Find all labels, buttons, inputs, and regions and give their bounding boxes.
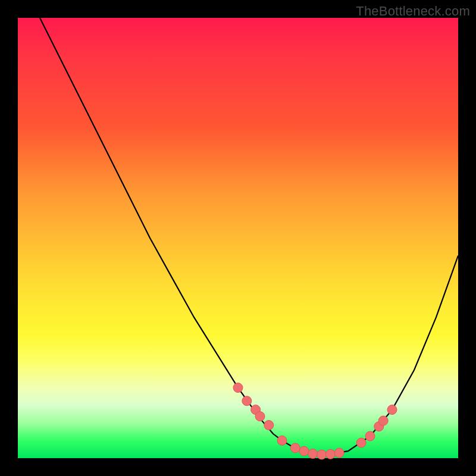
marker-point — [317, 450, 327, 459]
marker-point — [308, 449, 318, 459]
bottleneck-curve — [40, 18, 458, 455]
curve-svg — [18, 18, 458, 458]
marker-point — [356, 438, 366, 447]
marker-point — [334, 448, 344, 458]
marker-point — [277, 436, 287, 445]
marker-point — [387, 405, 397, 415]
marker-point — [255, 412, 265, 421]
marker-point — [365, 431, 375, 441]
marker-point — [264, 421, 274, 430]
marker-point — [299, 446, 309, 456]
marker-group — [233, 383, 397, 459]
marker-point — [325, 449, 335, 459]
plot-area — [18, 18, 458, 458]
chart-frame: TheBottleneck.com — [0, 0, 476, 476]
marker-point — [290, 443, 300, 453]
marker-point — [378, 416, 388, 425]
marker-point — [242, 396, 252, 406]
marker-point — [233, 383, 243, 393]
watermark-text: TheBottleneck.com — [356, 4, 470, 19]
